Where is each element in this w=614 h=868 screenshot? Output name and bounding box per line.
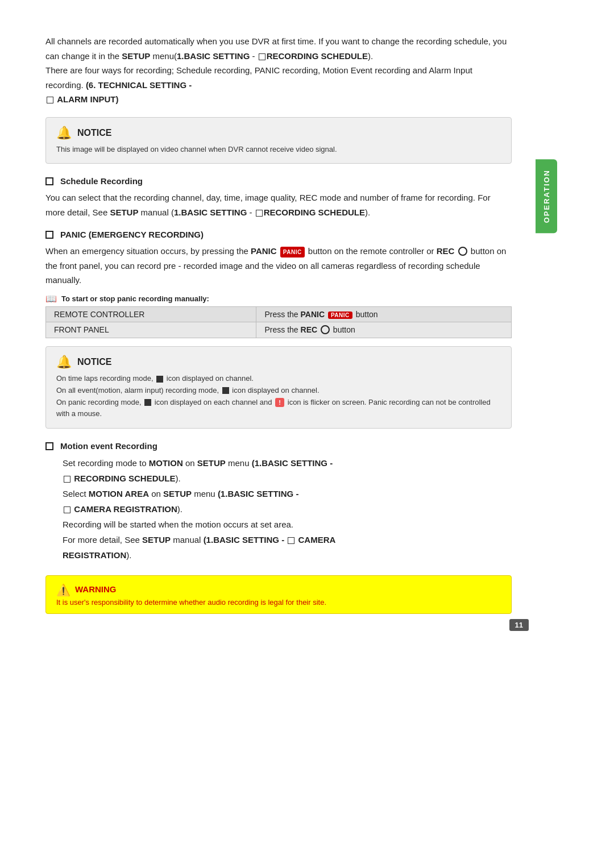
remote-panic-bold: PANIC [301, 310, 325, 319]
panic-badge-2: PANIC [328, 312, 352, 319]
table-row: REMOTE CONTROLLER Press the PANIC PANIC … [46, 306, 512, 322]
motion-step4-pre: For more detail, See [63, 535, 142, 545]
notice-line-3: On panic recording mode, icon displayed … [56, 397, 501, 421]
motion-setup: SETUP [197, 458, 226, 468]
motion-bold: MOTION [149, 458, 183, 468]
front-rec-bold: REC [301, 325, 318, 334]
schedule-rec-sched: RECORDING SCHEDULE [264, 207, 365, 217]
intro-basic-setting: 1.BASIC SETTING [177, 51, 250, 61]
schedule-dash: - [247, 207, 263, 217]
schedule-checkbox-icon [45, 177, 53, 185]
motion-cam-reg: CAMERA REGISTRATION [74, 504, 177, 514]
warning-icon: ⚠️ [56, 583, 70, 597]
motion-registration: REGISTRATION [63, 550, 126, 560]
warning-header: WARNING [75, 584, 117, 594]
panic-bold: PANIC [251, 246, 277, 256]
book-icon: 📖 [45, 293, 57, 304]
motion-step-4: For more detail, See SETUP manual (1.BAS… [63, 532, 512, 563]
motion-step1-on: on [183, 458, 197, 468]
intro-menu: menu( [150, 51, 177, 61]
rec-bold: REC [437, 246, 455, 256]
motion-step2-pre: Select [63, 489, 89, 499]
rec-icon-2 [321, 325, 330, 334]
schedule-setup: SETUP [110, 207, 138, 217]
panic-badge: PANIC [280, 247, 305, 258]
table-note: 📖 To start or stop panic recording manua… [45, 293, 512, 304]
square-icon-1 [156, 376, 163, 383]
schedule-end: ). [365, 207, 370, 217]
notice-title-2: NOTICE [77, 357, 111, 367]
motion-step4-manual: manual [171, 535, 204, 545]
motion-section-header: Motion event Recording [45, 441, 512, 451]
intro-dash: - [250, 51, 266, 61]
motion-rec-schedule: RECORDING SCHEDULE [74, 474, 175, 483]
intro-technical: (6. TECHNICAL SETTING - [86, 80, 192, 90]
motion-camera: CAMERA [298, 535, 335, 545]
motion-step1-menu: menu [226, 458, 252, 468]
schedule-heading: Schedule Recording [60, 176, 143, 186]
notice-box-1: 🔔 NOTICE This image will be displayed on… [45, 117, 512, 164]
motion-setup2: SETUP [163, 489, 192, 499]
remote-press-text: Press the [264, 310, 300, 319]
panic-checkbox-icon [45, 231, 53, 239]
panic-text-1: When an emergency situation occurs, by p… [45, 246, 251, 256]
motion-area: MOTION AREA [89, 489, 149, 499]
motion-body: Set recording mode to MOTION on SETUP me… [63, 455, 512, 563]
motion-step2-on: on [149, 489, 163, 499]
panic-section-header: PANIC (EMERGENCY RECORDING) [45, 230, 512, 239]
notice-header-1: 🔔 NOTICE [56, 126, 501, 140]
front-button-text: button [333, 325, 355, 334]
motion-setup3: SETUP [142, 535, 171, 545]
motion-checkbox-icon [45, 442, 53, 450]
motion-heading: Motion event Recording [60, 441, 157, 451]
intro-alarm: ALARM INPUT) [57, 94, 118, 104]
motion-step2-end: ). [177, 504, 182, 514]
motion-basic3: (1.BASIC SETTING - [204, 535, 285, 545]
warning-box: ⚠️ WARNING It is user's responsibility t… [45, 575, 512, 614]
notice-header-2: 🔔 NOTICE [56, 355, 501, 369]
motion-step-2: Select MOTION AREA on SETUP menu (1.BASI… [63, 486, 512, 517]
schedule-body: You can select that the recording channe… [45, 190, 512, 219]
front-instruction-cell: Press the REC button [256, 322, 512, 338]
remote-controller-cell: REMOTE CONTROLLER [46, 306, 256, 322]
table-row: FRONT PANEL Press the REC button [46, 322, 512, 338]
panic-body: When an emergency situation occurs, by p… [45, 244, 512, 288]
motion-step3-text: Recording will be started when the motio… [63, 520, 293, 529]
notice-body-2: On time laps recording mode, icon displa… [56, 373, 501, 420]
side-tab: OPERATION [536, 159, 557, 233]
intro-rec-schedule: RECORDING SCHEDULE [267, 51, 368, 61]
motion-step2-menu: menu [192, 489, 218, 499]
intro-end: ). [368, 51, 373, 61]
notice-line-1: On time laps recording mode, icon displa… [56, 373, 501, 385]
motion-basic2: (1.BASIC SETTING - [218, 489, 299, 499]
square-icon-3 [144, 399, 151, 406]
notice-icon-1: 🔔 [56, 126, 72, 140]
schedule-basic: 1.BASIC SETTING [174, 207, 247, 217]
notice-icon-2: 🔔 [56, 355, 72, 369]
front-panel-cell: FRONT PANEL [46, 322, 256, 338]
panic-heading: PANIC (EMERGENCY RECORDING) [60, 230, 204, 239]
remote-button-text: button [356, 310, 378, 319]
exclaim-icon: ! [275, 398, 284, 407]
panic-mid: button on the remote controller or [308, 246, 437, 256]
notice-box-2: 🔔 NOTICE On time laps recording mode, ic… [45, 346, 512, 429]
motion-basic: (1.BASIC SETTING - [252, 458, 333, 468]
motion-step1-pre: Set recording mode to [63, 458, 149, 468]
motion-step-3: Recording will be started when the motio… [63, 517, 512, 532]
page-container: OPERATION All channels are recorded auto… [0, 0, 557, 648]
intro-setup-bold: SETUP [122, 51, 150, 61]
page-number: 11 [509, 619, 529, 631]
square-icon-2 [222, 387, 229, 394]
panic-table: REMOTE CONTROLLER Press the PANIC PANIC … [45, 306, 512, 338]
rec-circle-icon [458, 247, 467, 256]
notice-body-1: This image will be displayed on video ch… [56, 144, 501, 156]
remote-instruction-cell: Press the PANIC PANIC button [256, 306, 512, 322]
table-note-text: To start or stop panic recording manuall… [61, 294, 209, 303]
motion-step-1: Set recording mode to MOTION on SETUP me… [63, 455, 512, 486]
notice-line-2: On all event(motion, alarm input) record… [56, 385, 501, 397]
intro-paragraph: All channels are recorded automatically … [45, 34, 512, 107]
motion-step4-end: ). [126, 550, 131, 560]
schedule-section-header: Schedule Recording [45, 176, 512, 186]
schedule-manual: manual ( [138, 207, 174, 217]
motion-step1-end: ). [176, 474, 181, 483]
